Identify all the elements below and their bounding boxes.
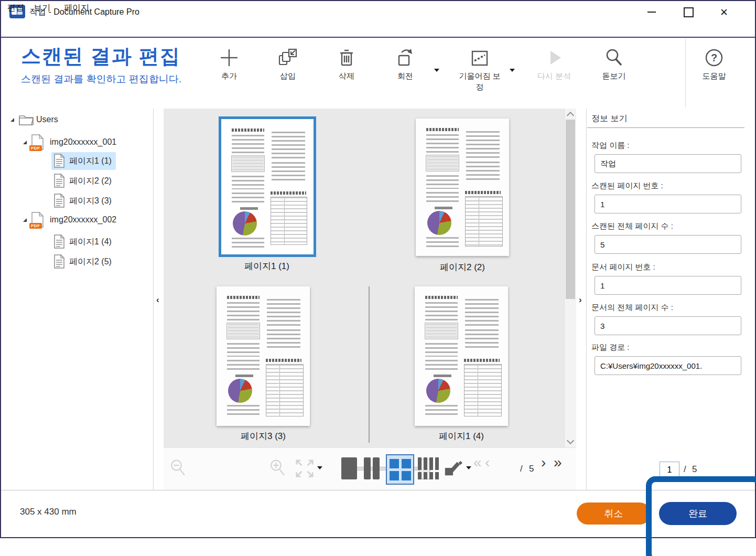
page-separator: / <box>520 464 523 474</box>
rotate-icon <box>395 47 416 68</box>
close-button[interactable]: ✕ <box>712 4 736 20</box>
minimize-button[interactable] <box>640 4 663 20</box>
done-button[interactable]: 완료 <box>659 502 737 525</box>
play-icon <box>544 47 565 68</box>
help-button[interactable]: ? 도움말 <box>689 47 739 81</box>
thumbnail-page-3[interactable] <box>217 286 310 426</box>
fit-screen-icon <box>295 458 315 478</box>
cancel-button[interactable]: 취소 <box>577 502 651 525</box>
thumbnail-page-4[interactable] <box>415 286 508 426</box>
reanalyze-label: 다시 분석 <box>529 70 579 81</box>
maximize-button[interactable] <box>677 4 700 20</box>
tree-item-users[interactable]: Users <box>10 113 62 126</box>
tree-item-label: img20xxxxxx_001 <box>48 136 121 148</box>
two-page-view-button[interactable] <box>364 457 371 479</box>
tree-item-label: img20xxxxxx_002 <box>48 213 121 226</box>
thumbnail-page-1[interactable] <box>219 116 316 257</box>
toolbar-separator <box>685 39 686 107</box>
page-number-input[interactable] <box>660 462 679 478</box>
page-icon <box>53 154 65 168</box>
menu-bar <box>1 22 755 38</box>
two-page-view-button-right[interactable] <box>373 457 380 479</box>
tree-item-page-3[interactable]: 페이지3 (3) <box>51 192 116 210</box>
tree-selected-row: 페이지1 (1) <box>51 152 116 170</box>
scanned-total-pages-input[interactable] <box>595 235 741 254</box>
page-icon <box>53 254 65 269</box>
expand-arrow-icon[interactable] <box>10 118 14 122</box>
insert-button[interactable]: 삽입 <box>263 47 313 81</box>
edit-dropdown-icon[interactable] <box>466 466 471 469</box>
scanned-page-number-input[interactable] <box>595 195 741 213</box>
rotate-label: 회전 <box>380 70 430 81</box>
delete-button[interactable]: 삭제 <box>321 47 372 81</box>
tree-item-label: 페이지1 (4) <box>69 237 112 248</box>
last-page-icon[interactable]: » <box>554 455 562 470</box>
vertical-scrollbar[interactable] <box>564 109 576 447</box>
scrollbar-thumb[interactable] <box>566 120 575 299</box>
pdf-file-icon: PDF <box>31 134 44 150</box>
info-panel-title: 정보 보기 <box>591 113 627 124</box>
edit-pen-icon[interactable] <box>444 458 463 478</box>
reanalyze-button: 다시 분석 <box>529 47 579 81</box>
rotate-button[interactable]: 회전 <box>380 47 430 81</box>
page-thumbnail-art <box>226 124 309 248</box>
menu-view[interactable]: 보기 <box>34 3 50 14</box>
page-icon <box>53 234 65 249</box>
deskew-icon <box>469 47 490 68</box>
document-size: 305 x 430 mm <box>20 507 77 517</box>
deskew-dropdown-icon[interactable] <box>510 69 515 72</box>
file-path-input[interactable] <box>595 356 741 375</box>
magnifier-icon <box>603 47 624 68</box>
document-total-pages-input[interactable] <box>595 316 741 335</box>
expand-arrow-icon[interactable] <box>23 218 27 222</box>
tree-item-document-1[interactable]: PDF img20xxxxxx_001 <box>23 134 121 150</box>
thumbnail-label: 페이지3 (3) <box>213 430 313 442</box>
cancel-label: 취소 <box>604 507 623 520</box>
document-page-number-label: 문서 페이지 번호 : <box>591 262 655 272</box>
page-thumbnail-art <box>222 292 306 420</box>
tree-item-page-4[interactable]: 페이지1 (4) <box>51 233 116 251</box>
next-page-icon[interactable]: › <box>541 455 546 470</box>
tree-item-page-2[interactable]: 페이지2 (2) <box>51 172 116 190</box>
tree-item-page-5[interactable]: 페이지2 (5) <box>51 253 116 271</box>
grid-view-button[interactable] <box>386 454 414 485</box>
collapse-right-icon[interactable]: › <box>579 295 582 305</box>
tree-item-label: Users <box>34 113 62 126</box>
list-view-button[interactable] <box>418 457 440 479</box>
pdf-badge: PDF <box>29 145 42 151</box>
help-label: 도움말 <box>689 70 739 81</box>
magnifier-button[interactable]: 돋보기 <box>589 47 639 81</box>
single-page-view-button[interactable] <box>341 457 357 479</box>
info-panel-separator <box>586 109 587 490</box>
job-name-input[interactable] <box>595 154 741 173</box>
delete-label: 삭제 <box>321 70 372 81</box>
zoom-in-icon <box>268 458 286 478</box>
scroll-up-icon[interactable] <box>567 112 574 119</box>
page-total: 5 <box>692 464 697 475</box>
collapse-left-icon[interactable]: ‹ <box>156 295 159 305</box>
scroll-down-icon[interactable] <box>567 437 574 444</box>
rotate-dropdown-icon[interactable] <box>434 69 439 72</box>
tree-item-label: 페이지2 (5) <box>69 256 112 268</box>
tree-item-document-2[interactable]: PDF img20xxxxxx_002 <box>23 212 121 228</box>
page-thumbnail-art <box>421 124 505 250</box>
tree-item-label: 페이지3 (3) <box>69 196 112 207</box>
insert-pages-icon <box>277 47 298 68</box>
menu-page[interactable]: 페이지 <box>64 3 89 14</box>
page-icon <box>53 194 65 208</box>
menu-edit[interactable]: 편집 <box>7 3 24 14</box>
scanned-total-pages-label: 스캔된 전체 페이지 수 : <box>591 221 673 231</box>
expand-arrow-icon[interactable] <box>23 141 27 144</box>
fit-dropdown-icon[interactable] <box>317 466 322 469</box>
pdf-badge: PDF <box>29 223 42 229</box>
tree-item-page-1[interactable]: 페이지1 (1) <box>51 152 116 170</box>
deskew-button[interactable]: 기울어짐 보정 <box>456 47 504 92</box>
plus-icon <box>219 47 240 68</box>
scanned-page-number-label: 스캔된 페이지 번호 : <box>591 181 663 191</box>
statusbar-separator <box>1 490 755 490</box>
document-page-number-input[interactable] <box>595 276 741 295</box>
page-thumbnail-art <box>420 292 504 420</box>
thumbnail-page-2[interactable] <box>416 119 509 256</box>
thumbnail-label: 페이지1 (1) <box>217 260 317 272</box>
add-button[interactable]: 추가 <box>204 47 254 81</box>
